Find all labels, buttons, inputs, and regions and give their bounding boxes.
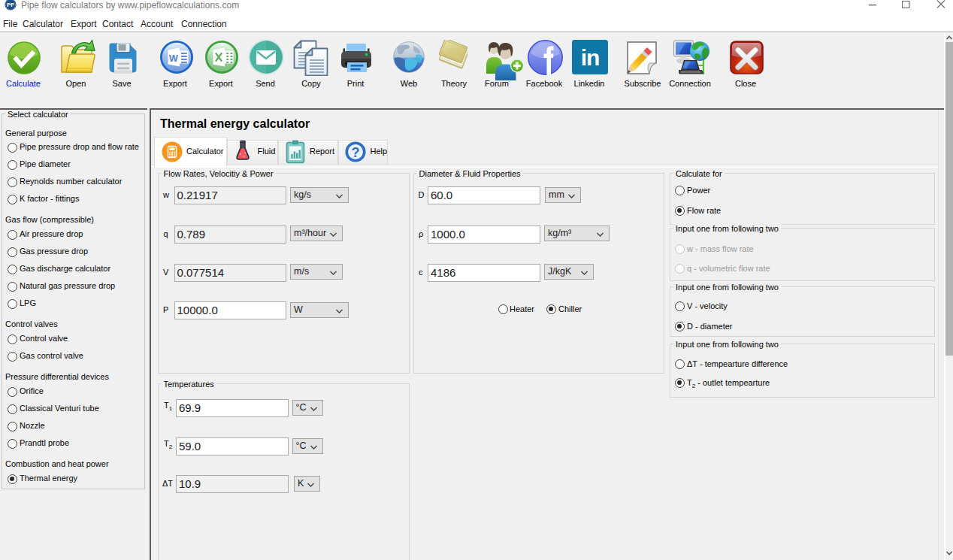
svg-text:in: in bbox=[581, 45, 600, 70]
svg-text:W: W bbox=[169, 53, 178, 64]
svg-text:PF: PF bbox=[7, 2, 14, 8]
svg-text:?: ? bbox=[352, 145, 360, 160]
